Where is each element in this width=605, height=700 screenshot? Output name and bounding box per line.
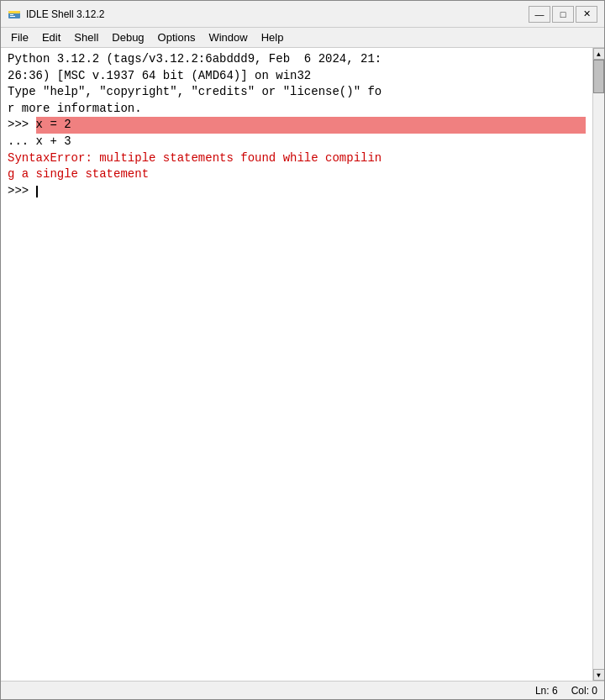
title-bar: IDLE Shell 3.12.2 — □ ✕ [1,1,604,28]
shell-area: Python 3.12.2 (tags/v3.12.2:6abddd9, Feb… [1,48,604,681]
current-prompt-line: >>> [8,183,586,200]
menu-help[interactable]: Help [255,28,291,47]
scroll-up-arrow[interactable]: ▲ [593,48,605,60]
prompt-1: >>> [8,117,36,134]
menu-file[interactable]: File [4,28,35,47]
error-text: SyntaxError: multiple statements found w… [8,150,586,183]
svg-rect-3 [10,16,15,17]
highlighted-code: x = 2 [36,117,586,134]
continuation-line: ... x + 3 [8,134,586,150]
scrollbar-track[interactable] [593,60,604,669]
status-bar: Ln: 6 Col: 0 [1,681,604,699]
prompt-line-1: >>> x = 2 [8,117,586,134]
menu-edit[interactable]: Edit [35,28,67,47]
scrollbar-thumb[interactable] [593,60,604,93]
shell-content[interactable]: Python 3.12.2 (tags/v3.12.2:6abddd9, Feb… [1,48,592,681]
vertical-scrollbar[interactable]: ▲ ▼ [592,48,604,681]
intro-text: Python 3.12.2 (tags/v3.12.2:6abddd9, Feb… [8,51,586,117]
col-number: Col: 0 [571,685,597,697]
close-button[interactable]: ✕ [576,6,597,23]
window-title: IDLE Shell 3.12.2 [26,8,529,20]
menu-shell[interactable]: Shell [67,28,105,47]
minimize-button[interactable]: — [529,6,550,23]
maximize-button[interactable]: □ [552,6,574,23]
cursor [36,186,38,197]
menu-debug[interactable]: Debug [105,28,150,47]
menu-window[interactable]: Window [202,28,254,47]
continuation-code: x + 3 [36,134,71,150]
scroll-down-arrow[interactable]: ▼ [593,669,605,681]
idle-shell-window: IDLE Shell 3.12.2 — □ ✕ File Edit Shell … [0,0,605,700]
continuation-prompt: ... [8,134,36,150]
window-controls: — □ ✕ [529,6,597,23]
menu-bar: File Edit Shell Debug Options Window Hel… [1,28,604,48]
svg-rect-1 [8,11,20,13]
menu-options[interactable]: Options [151,28,203,47]
app-icon [8,8,21,21]
line-number: Ln: 6 [535,685,558,697]
svg-rect-2 [10,14,13,15]
current-prompt: >>> [8,183,36,200]
